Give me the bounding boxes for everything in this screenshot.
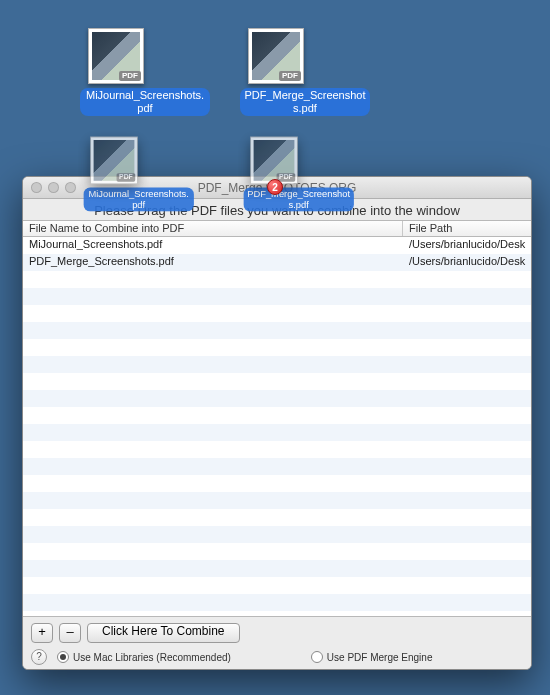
desktop-file-label: PDF_Merge_Screenshots.pdf	[240, 88, 370, 116]
radio-indicator-icon	[311, 651, 323, 663]
combine-button[interactable]: Click Here To Combine	[87, 623, 240, 643]
radio-mac-libraries[interactable]: Use Mac Libraries (Recommended)	[57, 651, 231, 663]
pdf-thumbnail: PDF	[90, 137, 138, 185]
close-button[interactable]	[31, 182, 42, 193]
table-header: File Name to Combine into PDF File Path	[23, 220, 531, 237]
desktop-file-icon[interactable]: PDF PDF_Merge_Screenshots.pdf	[240, 28, 312, 116]
table-row[interactable]: MiJournal_Screenshots.pdf /Users/brianlu…	[23, 237, 531, 254]
pdf-badge: PDF	[279, 71, 301, 81]
bottom-toolbar: + – Click Here To Combine ? Use Mac Libr…	[23, 616, 531, 669]
file-count-badge: 2	[267, 179, 283, 195]
pdf-thumbnail: PDF	[248, 28, 304, 84]
dragged-file-label: MiJournal_Screenshots.pdf	[83, 188, 193, 212]
minimize-button[interactable]	[48, 182, 59, 193]
column-header-filename[interactable]: File Name to Combine into PDF	[23, 221, 403, 236]
cell-filepath: /Users/brianlucido/Desk	[403, 237, 531, 254]
pdf-badge: PDF	[117, 173, 136, 182]
empty-rows-stripes	[23, 271, 531, 616]
radio-label: Use Mac Libraries (Recommended)	[73, 652, 231, 663]
pdf-thumbnail: PDF	[88, 28, 144, 84]
cell-filename: MiJournal_Screenshots.pdf	[23, 237, 403, 254]
dragged-file-icon[interactable]: PDF MiJournal_Screenshots.pdf	[83, 137, 144, 212]
add-button[interactable]: +	[31, 623, 53, 643]
window-controls	[31, 182, 76, 193]
desktop-file-icon[interactable]: PDF MiJournal_Screenshots.pdf	[80, 28, 152, 116]
pdf-badge: PDF	[119, 71, 141, 81]
table-row[interactable]: PDF_Merge_Screenshots.pdf /Users/brianlu…	[23, 254, 531, 271]
dragged-file-label: PDF_Merge_Screenshots.pdf	[243, 188, 354, 212]
desktop-file-label: MiJournal_Screenshots.pdf	[80, 88, 210, 116]
radio-indicator-icon	[57, 651, 69, 663]
cell-filepath: /Users/brianlucido/Desk	[403, 254, 531, 271]
file-table[interactable]: MiJournal_Screenshots.pdf /Users/brianlu…	[23, 237, 531, 616]
dragged-file-icon[interactable]: PDF PDF_Merge_Screenshots.pdf	[243, 137, 304, 212]
radio-pdf-merge-engine[interactable]: Use PDF Merge Engine	[311, 651, 433, 663]
app-window: PDF_Merge ©GOTOES.ORG 2 Please Drag the …	[22, 176, 532, 670]
zoom-button[interactable]	[65, 182, 76, 193]
help-button[interactable]: ?	[31, 649, 47, 665]
pdf-thumbnail: PDF	[250, 137, 298, 185]
radio-label: Use PDF Merge Engine	[327, 652, 433, 663]
cell-filename: PDF_Merge_Screenshots.pdf	[23, 254, 403, 271]
column-header-filepath[interactable]: File Path	[403, 221, 531, 236]
remove-button[interactable]: –	[59, 623, 81, 643]
